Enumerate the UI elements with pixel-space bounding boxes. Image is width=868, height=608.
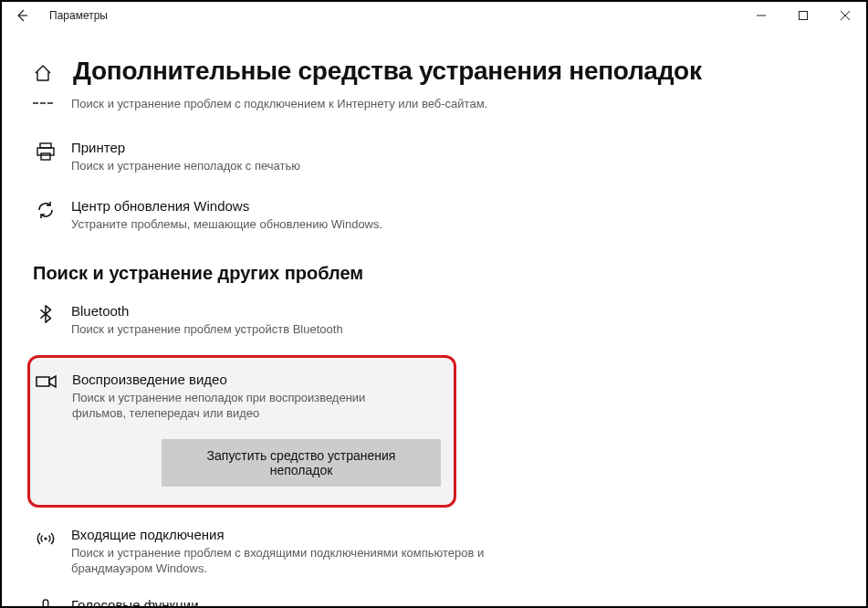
item-title: Голосовые функции [71,596,199,608]
section-title-other: Поиск и устранение других проблем [33,263,848,284]
troubleshooter-item-bluetooth[interactable]: Bluetooth Поиск и устранение проблем уст… [33,297,848,346]
item-desc: Поиск и устранение проблем устройств Blu… [71,321,343,337]
item-desc: Поиск и устранение проблем с входящими п… [71,545,555,576]
item-title: Входящие подключения [71,526,555,544]
item-title: Воспроизведение видео [72,371,401,389]
home-icon[interactable] [33,63,55,85]
video-camera-icon [34,372,59,391]
printer-icon [33,141,58,162]
troubleshooter-item-incoming-connections[interactable]: Входящие подключения Поиск и устранение … [33,520,848,585]
troubleshooter-item-printer[interactable]: Принтер Поиск и устранение неполадок с п… [33,133,848,183]
refresh-icon [33,199,58,221]
internet-icon [33,100,58,104]
item-title: Bluetooth [71,302,343,320]
item-desc: Поиск и устранение неполадок с печатью [71,158,300,173]
troubleshooter-item-internet[interactable]: Поиск и устранение проблем с подключение… [33,89,848,121]
close-button[interactable] [824,2,866,29]
item-title: Принтер [71,139,300,157]
bluetooth-icon [33,304,58,324]
antenna-icon [33,528,58,550]
minimize-button[interactable] [740,2,782,29]
troubleshooter-item-windows-update[interactable]: Центр обновления Windows Устраните пробл… [33,192,848,241]
svg-rect-5 [40,143,51,148]
item-desc: Устраните проблемы, мешающие обновлению … [71,216,382,232]
back-button[interactable] [11,5,33,26]
svg-rect-6 [37,148,54,155]
item-desc: Поиск и устранение неполадок при воспрои… [72,390,401,421]
svg-point-9 [44,537,47,540]
troubleshooter-item-voice[interactable]: Голосовые функции [33,591,848,608]
svg-rect-10 [43,600,48,608]
maximize-button[interactable] [782,2,824,29]
svg-rect-8 [37,377,49,386]
item-title: Центр обновления Windows [71,197,382,215]
svg-rect-7 [41,153,50,160]
troubleshooter-item-video-playback-selected[interactable]: Воспроизведение видео Поиск и устранение… [27,355,456,508]
window-title: Параметры [49,9,108,22]
microphone-icon [33,598,58,608]
svg-rect-2 [800,12,808,20]
item-desc: Поиск и устранение проблем с подключение… [71,96,487,111]
run-troubleshooter-button[interactable]: Запустить средство устранения неполадок [162,439,441,487]
page-title: Дополнительные средства устранения непол… [73,57,702,86]
